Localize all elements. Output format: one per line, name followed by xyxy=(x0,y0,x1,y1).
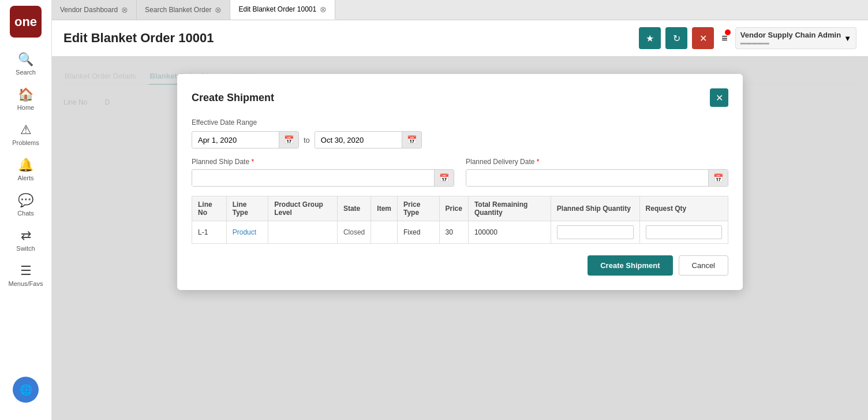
date-to-input[interactable] xyxy=(315,132,402,148)
create-shipment-button[interactable]: Create Shipment xyxy=(588,255,672,276)
tab-close-edit-blanket[interactable]: ⊗ xyxy=(320,5,327,14)
effective-date-range-label: Effective Date Range xyxy=(192,118,728,127)
planned-ship-qty-input[interactable] xyxy=(557,225,634,239)
planned-ship-date-label: Planned Ship Date * xyxy=(192,158,454,166)
tab-label-vendor-dashboard: Vendor Dashboard xyxy=(60,6,118,14)
cell-product-group-level xyxy=(268,221,338,244)
modal-footer: Create Shipment Cancel xyxy=(192,255,728,276)
user-sub: ▬▬▬▬▬ xyxy=(740,39,841,46)
sidebar-label-menus: Menus/Favs xyxy=(9,280,43,287)
sidebar-label-chats: Chats xyxy=(17,210,34,217)
tab-label-edit-blanket: Edit Blanket Order 10001 xyxy=(238,5,316,13)
sidebar-item-chats[interactable]: 💬 Chats xyxy=(0,187,51,222)
page-header: Edit Blanket Order 10001 ★ ↻ ✕ ≡ Vendor … xyxy=(52,20,868,57)
tab-close-vendor-dashboard[interactable]: ⊗ xyxy=(121,5,128,14)
cancel-button[interactable]: Cancel xyxy=(679,255,728,276)
sidebar-item-menus[interactable]: ☰ Menus/Favs xyxy=(0,258,51,293)
modal-close-icon: ✕ xyxy=(716,92,723,103)
planned-delivery-date-field: Planned Delivery Date * 📅 xyxy=(466,158,728,187)
date-from-input[interactable] xyxy=(192,132,279,148)
star-icon: ★ xyxy=(646,33,654,44)
switch-icon: ⇄ xyxy=(21,228,31,243)
cell-item xyxy=(371,221,398,244)
tab-edit-blanket[interactable]: Edit Blanket Order 10001 ⊗ xyxy=(230,0,335,20)
planned-ship-date-input-wrapper: 📅 xyxy=(192,169,454,187)
tab-label-search-blanket: Search Blanket Order xyxy=(145,6,211,14)
col-price-type: Price Type xyxy=(397,196,439,221)
cell-state: Closed xyxy=(337,221,371,244)
cell-price-type: Fixed xyxy=(397,221,439,244)
planned-delivery-date-input-wrapper: 📅 xyxy=(466,169,728,187)
modal-close-button[interactable]: ✕ xyxy=(710,88,728,107)
sidebar-item-home[interactable]: 🏠 Home xyxy=(0,81,51,117)
shipment-table-body: L-1 Product Closed Fixed 30 100000 xyxy=(192,221,728,244)
date-to-calendar-button[interactable]: 📅 xyxy=(402,132,421,148)
content-area: Blanket Order Details Blanket Order Line… xyxy=(52,57,868,420)
menus-icon: ☰ xyxy=(20,263,32,278)
close-page-icon: ✕ xyxy=(699,33,707,44)
app-logo[interactable]: one xyxy=(10,6,42,38)
refresh-icon: ↻ xyxy=(673,33,680,44)
col-product-group-level: Product Group Level xyxy=(268,196,338,221)
planned-delivery-date-calendar-button[interactable]: 📅 xyxy=(708,170,728,186)
planned-delivery-date-input[interactable] xyxy=(466,170,708,186)
header-actions: ★ ↻ ✕ ≡ Vendor Supply Chain Admin ▬▬▬▬▬ … xyxy=(639,27,856,49)
planned-ship-date-calendar-button[interactable]: 📅 xyxy=(434,170,454,186)
sidebar-label-search: Search xyxy=(16,69,36,76)
tab-close-search-blanket[interactable]: ⊗ xyxy=(215,5,222,14)
chats-icon: 💬 xyxy=(18,193,33,208)
user-info: Vendor Supply Chain Admin ▬▬▬▬▬ xyxy=(740,31,841,46)
date-from-wrapper: 📅 xyxy=(192,131,299,148)
shipment-table-header: Line No Line Type Product Group Level St… xyxy=(192,196,728,221)
cell-total-remaining-qty: 100000 xyxy=(468,221,551,244)
col-line-no: Line No xyxy=(192,196,227,221)
sidebar-item-search[interactable]: 🔍 Search xyxy=(0,46,51,81)
date-to-wrapper: 📅 xyxy=(315,131,422,148)
planned-delivery-required-star: * xyxy=(537,158,540,166)
main-content: Vendor Dashboard ⊗ Search Blanket Order … xyxy=(52,0,868,420)
create-shipment-modal: Create Shipment ✕ Effective Date Range 📅… xyxy=(177,74,743,290)
sidebar-label-switch: Switch xyxy=(16,245,35,252)
cell-line-no: L-1 xyxy=(192,221,227,244)
date-from-calendar-button[interactable]: 📅 xyxy=(279,132,298,148)
refresh-button[interactable]: ↻ xyxy=(665,27,687,49)
effective-date-range-section: Effective Date Range 📅 to 📅 xyxy=(192,118,728,148)
tab-vendor-dashboard[interactable]: Vendor Dashboard ⊗ xyxy=(52,0,137,20)
sidebar: one 🔍 Search 🏠 Home ⚠ Problems 🔔 Alerts … xyxy=(0,0,52,420)
planned-ship-date-input[interactable] xyxy=(192,170,434,186)
planned-dates-row: Planned Ship Date * 📅 Planned Delivery D… xyxy=(192,158,728,187)
tab-search-blanket[interactable]: Search Blanket Order ⊗ xyxy=(137,0,230,20)
sidebar-item-alerts[interactable]: 🔔 Alerts xyxy=(0,152,51,187)
col-request-qty: Request Qty xyxy=(639,196,728,221)
planned-ship-date-field: Planned Ship Date * 📅 xyxy=(192,158,454,187)
user-avatar[interactable]: 🌐 xyxy=(13,377,39,403)
page-title: Edit Blanket Order 10001 xyxy=(63,31,639,46)
col-line-type: Line Type xyxy=(226,196,268,221)
request-qty-input[interactable] xyxy=(646,225,722,239)
close-page-button[interactable]: ✕ xyxy=(692,27,714,49)
cell-line-type[interactable]: Product xyxy=(226,221,268,244)
sidebar-item-switch[interactable]: ⇄ Switch xyxy=(0,222,51,258)
planned-delivery-date-label: Planned Delivery Date * xyxy=(466,158,728,166)
date-range-row: 📅 to 📅 xyxy=(192,131,728,148)
user-dropdown[interactable]: Vendor Supply Chain Admin ▬▬▬▬▬ ▼ xyxy=(735,27,856,49)
to-label: to xyxy=(304,136,310,144)
menu-button[interactable]: ≡ xyxy=(719,29,731,47)
modal-header: Create Shipment ✕ xyxy=(192,88,728,107)
alerts-icon: 🔔 xyxy=(18,158,33,173)
cell-planned-ship-qty[interactable] xyxy=(551,221,639,244)
sidebar-label-alerts: Alerts xyxy=(17,174,33,181)
sidebar-item-problems[interactable]: ⚠ Problems xyxy=(0,117,51,152)
sidebar-label-home: Home xyxy=(17,104,34,111)
star-button[interactable]: ★ xyxy=(639,27,661,49)
col-state: State xyxy=(337,196,371,221)
cell-request-qty[interactable] xyxy=(639,221,728,244)
problems-icon: ⚠ xyxy=(20,122,32,137)
dropdown-chevron-icon: ▼ xyxy=(844,34,851,43)
home-icon: 🏠 xyxy=(18,87,33,102)
notification-dot xyxy=(725,29,731,35)
tab-bar: Vendor Dashboard ⊗ Search Blanket Order … xyxy=(52,0,868,20)
modal-overlay: Create Shipment ✕ Effective Date Range 📅… xyxy=(52,57,868,420)
col-price: Price xyxy=(439,196,468,221)
user-role: Vendor Supply Chain Admin xyxy=(740,31,841,39)
